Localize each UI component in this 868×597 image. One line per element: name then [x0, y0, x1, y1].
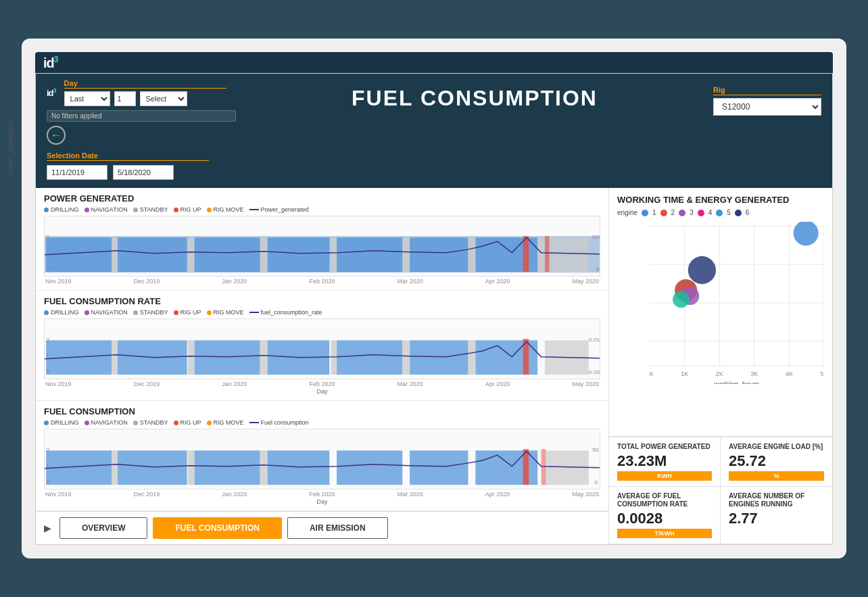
navigation-label: NAVIGATION: [91, 206, 128, 213]
fc-line-icon: [249, 422, 259, 423]
svg-rect-33: [188, 341, 195, 375]
fuel-consumption-nav-button[interactable]: FUEL CONSUMPTION: [153, 517, 281, 539]
fc-day-label: Day: [44, 498, 600, 505]
avg-fuel-rate-value: 0.0028: [617, 510, 712, 527]
fc-legend-navigation: NAVIGATION: [85, 419, 128, 426]
filter-last-select[interactable]: LastThisCustom: [64, 91, 110, 106]
svg-rect-5: [267, 238, 329, 272]
x-label-dec19: Dec 2019: [134, 278, 160, 285]
back-button[interactable]: ←: [47, 126, 66, 145]
dashboard: id3 Day LastThisCustom SelectDaysWeeksMo…: [35, 73, 833, 545]
svg-text:2: 2: [46, 448, 49, 454]
svg-text:0: 0: [46, 479, 49, 485]
svg-rect-11: [188, 238, 195, 272]
fr-line-icon: [249, 312, 259, 313]
fr-rigup-dot: [174, 310, 178, 315]
page-title: FUEL CONSUMPTION: [247, 79, 702, 111]
outer-frame: id3 id3 Day LastThisCustom Se: [22, 39, 846, 559]
legend-navigation: NAVIGATION: [85, 206, 128, 213]
rigmove-dot: [207, 208, 212, 212]
x-label-may20: May 2020: [572, 278, 599, 285]
legend-rigmove: RIG MOVE: [207, 206, 244, 213]
power-generated-title: POWER GENERATED: [44, 193, 600, 204]
svg-rect-45: [118, 451, 187, 485]
svg-rect-32: [112, 341, 118, 375]
avg-engine-load-value: 25.72: [729, 452, 824, 470]
svg-rect-9: [545, 238, 589, 272]
power-line-label: Power_generated: [261, 206, 309, 213]
stat-avg-engine-load: AVERAGE ENGINE LOAD [%] 25.72 %: [721, 437, 832, 487]
svg-rect-56: [541, 450, 546, 485]
stat-avg-engines: AVERAGE NUMBER OF ENGINES RUNNING 2.77: [721, 487, 832, 544]
engine-2-dot: [660, 210, 667, 216]
fuel-rate-panel: FUEL CONSUMPTION RATE DRILLING NAVIGATIO…: [36, 291, 608, 401]
fr-x-mar20: Mar 2020: [397, 381, 423, 387]
svg-text:0K: 0K: [650, 371, 654, 378]
fr-legend-standby: STANDBY: [133, 309, 168, 316]
svg-rect-52: [112, 451, 118, 485]
engine-1-label: 1: [652, 209, 656, 216]
fc-rigup-dot: [174, 421, 178, 425]
scatter-svg: 10M 5M 0M 0K 1K 2K 3K 4K 5K working_hour…: [650, 222, 824, 384]
svg-text:0: 0: [46, 369, 49, 375]
fr-standby-label: STANDBY: [140, 309, 168, 316]
air-emission-nav-button[interactable]: AIR EMISSION: [287, 517, 388, 539]
total-power-value: 23.23M: [617, 452, 712, 470]
filter-number-input[interactable]: [114, 91, 136, 106]
avg-engine-load-label: AVERAGE ENGINE LOAD [%]: [729, 443, 824, 451]
svg-text:3K: 3K: [750, 371, 758, 378]
fr-legend-line: fuel_consumption_rate: [249, 309, 322, 316]
overview-nav-button[interactable]: OVERVIEW: [59, 517, 147, 539]
header-logo-row: id3 Day LastThisCustom SelectDaysWeeksMo…: [47, 79, 236, 106]
date-from-input[interactable]: [47, 165, 107, 180]
legend-standby: STANDBY: [133, 206, 168, 213]
svg-rect-7: [410, 238, 468, 272]
engine-6-label: 6: [746, 209, 750, 216]
avg-engines-label: AVERAGE NUMBER OF ENGINES RUNNING: [729, 492, 824, 508]
svg-rect-53: [188, 451, 195, 485]
fr-x-jan20: Jan 2020: [222, 381, 247, 387]
rig-select[interactable]: S12000S12001S12002: [713, 98, 821, 116]
power-generated-svg: 50K 0K 2 1 0: [45, 216, 600, 276]
scatter-panel: WORKING TIME & ENERGY GENERATED engine 1…: [609, 188, 832, 437]
x-label-jan20: Jan 2020: [222, 278, 247, 285]
svg-rect-15: [468, 238, 476, 272]
fc-legend-standby: STANDBY: [133, 419, 168, 426]
svg-point-82: [794, 222, 819, 245]
app-logo: id3: [43, 55, 57, 71]
filter-period-select[interactable]: SelectDaysWeeksMonths: [140, 91, 187, 106]
engine-4-dot: [698, 210, 704, 216]
fc-x-nov19: Nov 2019: [45, 491, 72, 498]
engine-6-dot: [735, 210, 742, 216]
fc-x-dec19: Dec 2019: [134, 491, 160, 498]
svg-rect-34: [260, 341, 268, 375]
total-power-label: TOTAL POWER GENERATED: [617, 443, 712, 451]
legend-rigup: RIG UP: [174, 206, 201, 213]
svg-rect-28: [337, 341, 402, 375]
date-inputs: [47, 165, 236, 180]
power-generated-panel: POWER GENERATED DRILLING NAVIGATION S: [36, 188, 608, 291]
svg-rect-29: [410, 341, 468, 375]
no-filters-badge: No filters applied: [47, 110, 236, 122]
scatter-title: WORKING TIME & ENERGY GENERATED: [617, 195, 824, 205]
svg-rect-17: [523, 237, 529, 272]
fc-x-mar20: Mar 2020: [397, 491, 423, 498]
svg-text:2: 2: [46, 235, 49, 241]
engine-2-label: 2: [671, 209, 675, 216]
x-label-mar20: Mar 2020: [397, 278, 423, 285]
svg-text:1: 1: [46, 352, 49, 358]
fuel-consumption-svg: 50 0 2 1 0: [45, 429, 600, 489]
svg-rect-46: [194, 451, 260, 485]
svg-text:2K: 2K: [716, 371, 724, 378]
charts-column: POWER GENERATED DRILLING NAVIGATION S: [36, 188, 609, 544]
svg-text:0K: 0K: [596, 267, 600, 273]
content-area: POWER GENERATED DRILLING NAVIGATION S: [36, 188, 832, 544]
rigmove-label: RIG MOVE: [214, 206, 244, 213]
fuel-consumption-legend: DRILLING NAVIGATION STANDBY RIG UP: [44, 419, 600, 426]
fr-navigation-label: NAVIGATION: [91, 309, 128, 316]
svg-text:0.01: 0.01: [589, 337, 600, 343]
svg-text:0: 0: [594, 480, 598, 486]
fc-rigmove-dot: [207, 421, 212, 425]
date-to-input[interactable]: [113, 165, 174, 180]
fc-legend-rigmove: RIG MOVE: [207, 419, 244, 426]
